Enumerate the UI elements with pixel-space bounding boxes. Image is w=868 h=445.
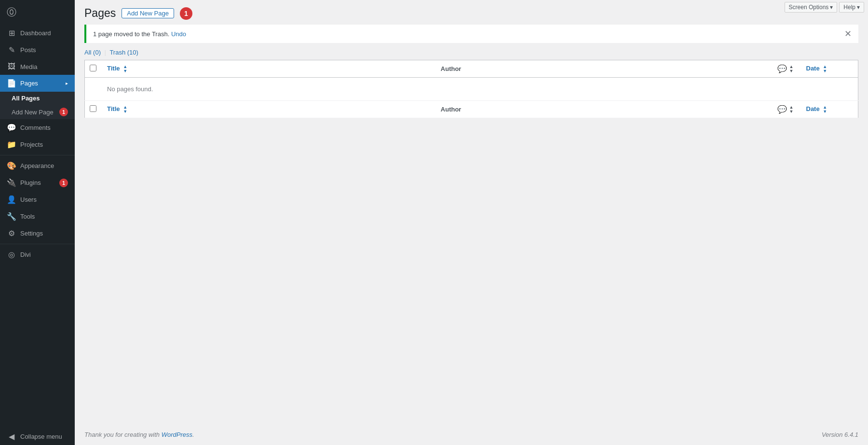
sidebar-item-all-pages[interactable]: All Pages — [0, 92, 75, 105]
title-sort-icon-foot: ▲ ▼ — [123, 105, 127, 114]
sidebar-item-plugins[interactable]: 🔌 Plugins 1 — [0, 174, 75, 191]
no-pages-message: No pages found. — [101, 78, 858, 101]
comments-icon: 💬 — [7, 123, 16, 132]
sidebar-item-collapse[interactable]: ◀ Collapse menu — [0, 428, 75, 445]
add-new-page-label: Add New Page — [12, 109, 54, 116]
filter-trash-link[interactable]: Trash (10) — [109, 49, 138, 56]
sidebar-item-media[interactable]: 🖼 Media — [0, 58, 75, 75]
screen-options-button[interactable]: Screen Options ▾ — [785, 2, 838, 13]
col-author-label-foot: Author — [441, 106, 461, 113]
sidebar-item-add-new-page[interactable]: Add New Page 1 — [0, 105, 75, 119]
notice-message: 1 page moved to the Trash. — [93, 30, 169, 38]
sidebar-collapse-label: Collapse menu — [20, 433, 62, 440]
sidebar-item-comments[interactable]: 💬 Comments — [0, 119, 75, 136]
filter-all-label: All — [84, 49, 91, 56]
comments-bubble-icon-foot: 💬 — [777, 105, 787, 114]
sidebar-item-dashboard[interactable]: ⊞ Dashboard — [0, 25, 75, 42]
divi-icon: ◎ — [7, 250, 16, 259]
col-author-footer: Author — [435, 101, 772, 118]
wp-logo-icon: ⓪ — [7, 6, 16, 19]
sidebar-item-tools[interactable]: 🔧 Tools — [0, 208, 75, 225]
plugins-badge: 1 — [59, 179, 68, 187]
title-sort-icon: ▲ ▼ — [123, 65, 127, 73]
pages-icon: 📄 — [7, 79, 16, 88]
media-icon: 🖼 — [7, 62, 16, 71]
trash-notice: 1 page moved to the Trash. Undo ✕ — [84, 25, 858, 43]
sidebar-divider-1 — [0, 155, 75, 155]
sidebar-tools-label: Tools — [20, 213, 35, 220]
help-label: Help — [843, 4, 855, 11]
col-title-label-foot: Title — [107, 105, 120, 112]
sidebar-appearance-label: Appearance — [20, 162, 54, 169]
notice-close-button[interactable]: ✕ — [844, 29, 852, 38]
users-icon: 👤 — [7, 195, 16, 204]
sidebar-plugins-label: Plugins — [20, 179, 41, 186]
comment-sort-container: 💬 ▲ ▼ — [777, 64, 795, 73]
sidebar-posts-label: Posts — [20, 46, 36, 54]
sidebar-divi-label: Divi — [20, 251, 31, 258]
plugins-icon: 🔌 — [7, 178, 16, 187]
comments-bubble-icon: 💬 — [777, 64, 787, 73]
sidebar-item-projects[interactable]: 📁 Projects — [0, 136, 75, 153]
posts-icon: ✎ — [7, 45, 16, 55]
no-pages-check — [85, 78, 102, 101]
comments-sort-icon-foot: ▲ ▼ — [789, 105, 794, 114]
col-date-footer[interactable]: Date ▲ ▼ — [800, 101, 858, 118]
pages-table: Title ▲ ▼ Author 💬 — [84, 60, 858, 118]
filters-separator: | — [105, 49, 106, 56]
tools-icon: 🔧 — [7, 212, 16, 221]
top-bar: Screen Options ▾ Help ▾ — [781, 0, 868, 14]
sidebar-item-settings[interactable]: ⚙ Settings — [0, 225, 75, 242]
table-header-row: Title ▲ ▼ Author 💬 — [85, 60, 858, 78]
help-button[interactable]: Help ▾ — [839, 2, 864, 13]
pages-submenu: All Pages Add New Page 1 — [0, 92, 75, 119]
sidebar-users-label: Users — [20, 196, 37, 203]
sidebar-item-posts[interactable]: ✎ Posts — [0, 42, 75, 58]
col-check-all — [85, 60, 102, 78]
table-head: Title ▲ ▼ Author 💬 — [85, 60, 858, 78]
dashboard-icon: ⊞ — [7, 28, 16, 38]
page-title: Pages — [84, 7, 116, 20]
wordpress-link[interactable]: WordPress — [162, 431, 192, 438]
no-pages-row: No pages found. — [85, 78, 858, 101]
col-date-label: Date — [806, 65, 820, 72]
comments-sort-icon: ▲ ▼ — [789, 65, 794, 73]
sidebar-projects-label: Projects — [20, 141, 43, 148]
footer-text: Thank you for creating with — [84, 431, 160, 438]
collapse-icon: ◀ — [7, 432, 16, 441]
col-date-header[interactable]: Date ▲ ▼ — [800, 60, 858, 78]
pages-arrow-icon: ▸ — [66, 81, 68, 86]
select-all-checkbox[interactable] — [90, 65, 96, 71]
table-footer-row: Title ▲ ▼ Author 💬 — [85, 101, 858, 118]
comment-sort-foot: 💬 ▲ ▼ — [777, 105, 795, 114]
sidebar-bottom: ◀ Collapse menu — [0, 428, 75, 445]
sidebar-item-pages[interactable]: 📄 Pages ▸ — [0, 75, 75, 92]
table-body: No pages found. — [85, 78, 858, 101]
filter-all-count: (0) — [93, 49, 101, 56]
filters-bar: All (0) | Trash (10) — [75, 49, 868, 60]
sidebar-media-label: Media — [20, 63, 37, 70]
col-date-label-foot: Date — [806, 105, 820, 112]
filter-all-link[interactable]: All (0) — [84, 49, 103, 56]
col-title-label: Title — [107, 65, 120, 72]
sidebar-item-users[interactable]: 👤 Users — [0, 191, 75, 208]
col-title-header[interactable]: Title ▲ ▼ — [101, 60, 435, 78]
sidebar-item-divi[interactable]: ◎ Divi — [0, 246, 75, 263]
sidebar-logo: ⓪ — [0, 0, 75, 25]
screen-options-label: Screen Options — [789, 4, 829, 11]
add-new-page-button[interactable]: Add New Page — [122, 8, 174, 18]
undo-link[interactable]: Undo — [171, 30, 186, 38]
all-pages-label: All Pages — [12, 95, 40, 102]
select-all-checkbox-foot[interactable] — [90, 105, 96, 112]
filter-trash-count: (10) — [127, 49, 138, 56]
col-author-label: Author — [441, 65, 461, 72]
sidebar-item-appearance[interactable]: 🎨 Appearance — [0, 157, 75, 174]
col-title-footer[interactable]: Title ▲ ▼ — [101, 101, 435, 118]
notice-text: 1 page moved to the Trash. Undo — [93, 30, 186, 38]
col-comments-header: 💬 ▲ ▼ — [772, 60, 800, 78]
header-badge: 1 — [180, 7, 192, 20]
help-arrow-icon: ▾ — [857, 4, 860, 11]
main-footer: Thank you for creating with WordPress. V… — [75, 424, 868, 445]
col-check-all-foot — [85, 101, 102, 118]
sidebar-settings-label: Settings — [20, 230, 43, 237]
